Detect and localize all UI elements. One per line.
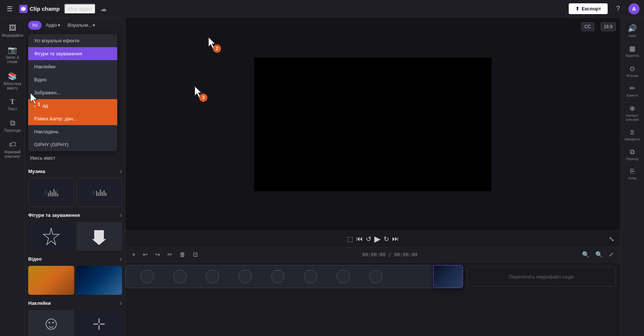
tab-visual[interactable]: Візуальни... ▾ (65, 21, 98, 30)
transition-right-label: Перехід (626, 157, 638, 161)
sidebar-item-record[interactable]: 📷 Запис &create (2, 42, 23, 67)
wave-circle-3 (206, 270, 219, 283)
right-item-filters[interactable]: ⊙ Фільтри (622, 62, 643, 81)
wave-circle-7 (336, 270, 350, 283)
redo-button[interactable]: ↪ (153, 249, 162, 260)
visual-dropdown-menu: Усі візуальні ефекти Фігури та зауваженн… (28, 34, 117, 151)
play-button[interactable]: ▶ (373, 233, 382, 245)
dropdown-stickers[interactable]: Наклейки (28, 60, 117, 73)
music-thumb-1[interactable]: ♪ (28, 178, 74, 207)
music-more-button[interactable]: › (120, 167, 122, 175)
sticker-thumb-2[interactable] (76, 310, 122, 336)
shape-thumb-2[interactable] (76, 222, 122, 251)
music-bar-9 (100, 189, 101, 196)
visual-dropdown-arrow: ▾ (93, 23, 95, 28)
right-item-audio[interactable]: 🔊 Аудіо (622, 21, 643, 41)
starburst-svg (42, 227, 60, 246)
music-thumb-2[interactable]: ♪ (76, 178, 122, 207)
cursor-3-container: 3 (193, 85, 205, 100)
my-video-button[interactable]: Моє відео (64, 4, 96, 14)
shapes-section-title: Фігури та зауваження (28, 212, 80, 218)
export-button[interactable]: ⬆ Експорт (569, 3, 608, 14)
dropdown-frame[interactable]: Рамка &amp; дан... (28, 112, 117, 125)
stickers-grid (28, 310, 122, 336)
dropdown-shapes-label: Фігури та зауваження (34, 51, 82, 56)
panel-resize-handle[interactable] (124, 18, 125, 336)
dropdown-video[interactable]: Відео (28, 73, 117, 86)
dropdown-all-effects[interactable]: Усі візуальні ефекти (28, 34, 117, 47)
timeline-toolbar: ⌖ ↩ ↪ ✂ 🗑 ⊡ 00:00:00 / 00:00:00 🔍 🔍 ⤢ (125, 247, 620, 262)
cursor-2-container: 2 (207, 36, 219, 51)
shapes-more-button[interactable]: › (120, 211, 122, 219)
sidebar-item-text[interactable]: T Текст (2, 95, 23, 114)
track-clip-main[interactable] (125, 265, 444, 288)
aspect-ratio-badge[interactable]: 16:9 (601, 22, 616, 31)
drop-zone[interactable]: Перетягніть медіафайл сюди (467, 267, 616, 287)
dropdown-shapes-notes[interactable]: Фігури та зауваження (28, 47, 117, 60)
right-item-effects[interactable]: ✏ Ефекти (622, 81, 643, 101)
dropdown-giphy[interactable]: GIPHY (GIPHY) (28, 138, 117, 151)
mediafiles-icon: 🖼 (9, 24, 16, 32)
app-logo[interactable]: Clip champ (19, 5, 60, 13)
sticker-svg-2 (92, 317, 106, 332)
dropdown-images[interactable]: Зображен... (28, 86, 117, 99)
tab-audio[interactable]: Аудіо ▾ (43, 21, 63, 30)
go-start-button[interactable]: ⏮ (355, 234, 364, 244)
go-end-button[interactable]: ⏭ (391, 234, 400, 244)
sidebar-item-mediafiles[interactable]: 🖼 Медіафайли (2, 21, 23, 41)
stickers-more-button[interactable]: › (120, 299, 122, 307)
dropdown-back-label: Назад (34, 103, 48, 108)
hamburger-menu[interactable]: ☰ (4, 5, 15, 13)
cc-badge[interactable]: CC (581, 22, 594, 31)
dragged-clip[interactable] (433, 265, 463, 288)
dropdown-images-label: Зображен... (34, 90, 60, 95)
rewind-button[interactable]: ↺ (364, 234, 373, 245)
dropdown-back[interactable]: Назад (28, 99, 117, 112)
color-right-icon: ⊕ (630, 104, 635, 112)
tab-all[interactable]: Усі (28, 21, 42, 30)
undo-button[interactable]: ↩ (141, 249, 150, 260)
all-content-label: Увесь вміст (28, 153, 122, 163)
zoom-out-button[interactable]: 🔍 (580, 249, 592, 260)
video-more-button[interactable]: › (120, 255, 122, 263)
dropdown-giphy-label: GIPHY (GIPHY) (34, 142, 69, 147)
fit-button[interactable]: ⤢ (607, 249, 616, 260)
cursor-3-badge: 3 (199, 94, 207, 102)
video-thumb-1[interactable] (28, 266, 74, 294)
right-item-copy[interactable]: ⎘ Копір (622, 164, 643, 183)
stickers-section-header: Наклейки › (28, 299, 122, 307)
music-bar-8 (98, 192, 99, 196)
sidebar-item-label-transitions: Переходи (4, 128, 21, 133)
music-section-header: Музика › (28, 167, 122, 175)
svg-marker-0 (21, 7, 26, 11)
avatar[interactable]: А (628, 3, 640, 14)
cursor-2-icon (207, 36, 219, 50)
sidebar-item-label-mediafiles: Медіафайли (1, 33, 23, 38)
right-item-speed[interactable]: ⧖ Швидкість (622, 125, 643, 144)
shape-thumb-1[interactable] (28, 222, 74, 251)
help-icon[interactable]: ? (612, 5, 624, 13)
video-thumb-2[interactable] (76, 266, 122, 294)
right-item-transition[interactable]: ⧉ Перехід (622, 145, 643, 164)
sticker-thumb-1[interactable] (28, 310, 74, 336)
sidebar-item-brand[interactable]: 🏷 Фірмовийкомплект (2, 137, 23, 162)
crop-button[interactable]: ⬚ (345, 234, 355, 245)
right-item-color[interactable]: ⊕ Налашт.кольорів (622, 101, 643, 125)
forward-button[interactable]: ↻ (382, 234, 391, 245)
brand-icon: 🏷 (9, 140, 16, 149)
right-item-video[interactable]: ▦ Відеотіні (622, 42, 643, 61)
cut-button[interactable]: ✂ (165, 249, 174, 260)
svg-point-4 (49, 322, 50, 323)
sidebar-item-transitions[interactable]: ⧉ Переходи (2, 116, 23, 136)
magnet-tool[interactable]: ⌖ (130, 250, 138, 260)
center-area: CC 16:9 2 3 ⬚ ⏮ ↺ ▶ ↻ (125, 18, 620, 336)
delete-button[interactable]: 🗑 (177, 250, 188, 260)
save-button[interactable]: ⊡ (191, 249, 200, 260)
fullscreen-button[interactable]: ⤡ (607, 234, 616, 245)
audio-label: Аудіо (46, 23, 57, 28)
timeline-track[interactable]: Перетягніть медіафайл сюди (125, 262, 620, 336)
dropdown-overlays[interactable]: Накладень (28, 125, 117, 138)
zoom-in-button[interactable]: 🔍 (593, 249, 605, 260)
sidebar-item-library[interactable]: 📚 Бібліотекавмісту (2, 69, 23, 94)
time-separator: / (388, 252, 394, 257)
